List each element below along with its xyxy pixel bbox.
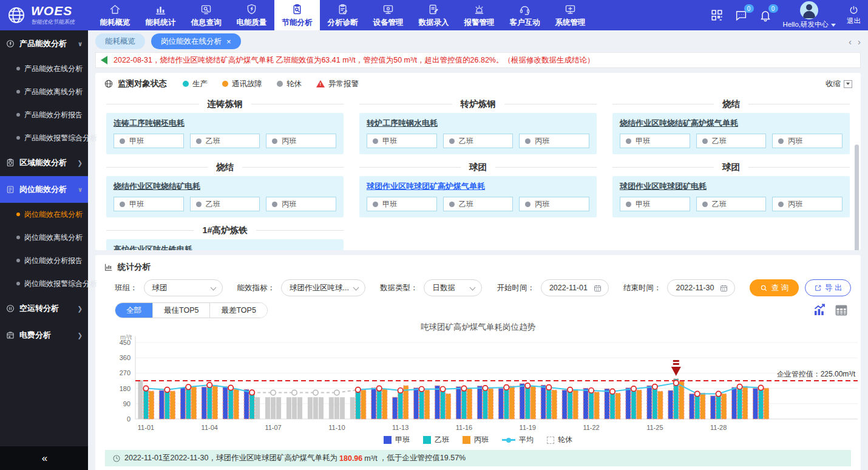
query-button[interactable]: 查 询 <box>750 279 798 296</box>
sidebar-subitem[interactable]: 产品能效分析报告 <box>0 103 88 126</box>
legend-item-乙班[interactable]: 乙班 <box>423 435 449 445</box>
shift-button[interactable]: 甲班 <box>114 134 184 148</box>
bell-icon[interactable]: 0 <box>759 9 772 22</box>
globe-logo-icon <box>6 5 27 26</box>
nav-item-saving[interactable]: 节能分析 <box>274 0 320 30</box>
collapse-toggle[interactable]: 收缩 <box>826 79 852 89</box>
shift-button[interactable]: 乙班 <box>696 134 767 148</box>
sidebar-subitem[interactable]: 产品能效在线分析 <box>0 57 88 80</box>
shift-button[interactable]: 丙班 <box>519 197 589 211</box>
nav-item-query[interactable]: 信息查询 <box>183 0 229 30</box>
message-icon[interactable]: 0 <box>734 9 748 22</box>
card-title-link[interactable]: 球团作业区吨球团矿电耗 <box>620 181 707 192</box>
card-title-link[interactable]: 连铸工序吨钢坯电耗 <box>114 118 185 129</box>
monitor-card: 球团作业区吨球团矿电耗甲班乙班丙班 <box>612 176 850 217</box>
sidebar-subitem[interactable]: 岗位能效离线分析 <box>0 226 88 249</box>
sidebar-item[interactable]: 空运转分析❯ <box>0 295 88 322</box>
sidebar-item[interactable]: 岗位能效分析∨ <box>0 176 88 203</box>
shift-button[interactable]: 乙班 <box>443 197 514 211</box>
chevron-right-icon: ❯ <box>78 332 83 339</box>
export-button[interactable]: 导 出 <box>805 279 851 296</box>
shift-button[interactable]: 乙班 <box>443 134 514 148</box>
nav-item-system[interactable]: 系统管理 <box>548 0 593 30</box>
shift-button[interactable]: 丙班 <box>266 197 336 211</box>
svg-text:11-04: 11-04 <box>202 424 218 431</box>
chart-title: 吨球团矿高炉煤气单耗岗位趋势 <box>104 322 852 333</box>
card-title-link[interactable]: 球团作业区吨球团矿高炉煤气单耗 <box>367 181 485 192</box>
legend-item-丙班[interactable]: 丙班 <box>463 435 489 445</box>
segment-全部[interactable]: 全部 <box>115 303 152 318</box>
nav-item-customer[interactable]: 客户互动 <box>502 0 548 30</box>
status-legend-item: 轮休 <box>277 79 302 89</box>
nav-item-diagnosis[interactable]: 分析诊断 <box>320 0 365 30</box>
sidebar-item[interactable]: 电费分析❯ <box>0 322 88 349</box>
sidebar-subitem[interactable]: 岗位能效在线分析 <box>0 203 88 226</box>
nav-item-quality[interactable]: 电能质量 <box>229 0 274 30</box>
bullet-icon <box>16 136 20 140</box>
shift-button[interactable]: 乙班 <box>696 197 767 211</box>
tab-inactive[interactable]: 能耗概览 <box>95 33 145 49</box>
sidebar-subitem-label: 产品能效报警综合分析 <box>24 133 97 143</box>
power-icon <box>849 5 859 15</box>
table-view-icon[interactable] <box>834 303 849 318</box>
card-title-link[interactable]: 烧结作业区吨烧结矿高炉煤气单耗 <box>620 118 738 129</box>
start-date-input[interactable]: 2022-11-01 <box>541 279 609 296</box>
segment-最佳TOP5[interactable]: 最佳TOP5 <box>152 303 209 318</box>
trend-chart-svg: 090180270360450m³/t11-0111-0411-0711-101… <box>104 333 863 435</box>
group-title: 转炉炼钢 <box>359 95 597 113</box>
indicator-select[interactable]: 球团作业区吨球... <box>281 279 365 296</box>
nav-label: 能耗概览 <box>100 18 131 28</box>
status-legend-item: 通讯故障 <box>222 79 262 89</box>
nav-item-home[interactable]: 能耗概览 <box>92 0 138 30</box>
tab-scroll-right[interactable]: › <box>858 36 861 47</box>
nav-item-alarm[interactable]: 报警管理 <box>456 0 502 30</box>
monitor-scrollbar[interactable] <box>855 145 859 250</box>
sidebar-item[interactable]: 产品能效分析∨ <box>0 30 88 57</box>
sidebar-subitem[interactable]: 岗位能效分析报告 <box>0 249 88 272</box>
nav-item-device[interactable]: 设备管理 <box>365 0 411 30</box>
sidebar-item[interactable]: 区域能效分析❯ <box>0 149 88 176</box>
query-icon <box>200 3 212 16</box>
group-select[interactable]: 球团 <box>144 279 223 296</box>
post-icon <box>5 185 15 194</box>
nav-item-stat[interactable]: 能耗统计 <box>138 0 183 30</box>
chart-view-icon[interactable] <box>812 303 827 318</box>
legend-item-轮休[interactable]: 轮休 <box>547 435 572 445</box>
sidebar-collapse-button[interactable]: « <box>0 446 88 470</box>
legend-item-甲班[interactable]: 甲班 <box>384 435 410 445</box>
segment-最差TOP5[interactable]: 最差TOP5 <box>209 303 266 318</box>
card-title-link[interactable]: 高炉作业区吨生铁电耗 <box>114 244 192 250</box>
end-date-input[interactable]: 2022-11-30 <box>667 279 735 296</box>
shift-button[interactable]: 乙班 <box>190 197 260 211</box>
svg-text:180: 180 <box>120 385 131 392</box>
nav-item-entry[interactable]: 数据录入 <box>411 0 456 30</box>
tab-scroll-left[interactable]: ‹ <box>849 36 852 47</box>
sidebar-subitem[interactable]: 产品能效离线分析 <box>0 80 88 103</box>
user-menu[interactable]: Hello,研发中心 <box>783 1 836 29</box>
bullet-icon <box>16 259 20 262</box>
greeting-text: Hello,研发中心 <box>783 21 829 28</box>
tab-active[interactable]: 岗位能效在线分析× <box>151 33 241 49</box>
status-dot-icon <box>120 202 125 207</box>
qr-code-icon[interactable] <box>710 9 724 22</box>
top-bar: WOES 智能优化节能系统 能耗概览能耗统计信息查询电能质量节能分析分析诊断设备… <box>0 0 868 30</box>
tab-close-icon[interactable]: × <box>226 38 231 46</box>
card-title-link[interactable]: 转炉工序吨钢水电耗 <box>367 118 438 129</box>
shift-button[interactable]: 丙班 <box>772 197 843 211</box>
shift-button[interactable]: 甲班 <box>620 134 690 148</box>
shift-button[interactable]: 甲班 <box>367 197 437 211</box>
sidebar-subitem[interactable]: 产品能效报警综合分析 <box>0 126 88 149</box>
legend-item-平均[interactable]: 平均 <box>502 435 534 445</box>
shift-button[interactable]: 丙班 <box>519 134 589 148</box>
shift-button[interactable]: 甲班 <box>367 134 437 148</box>
logout-button[interactable]: 退出 <box>847 5 861 26</box>
shift-button[interactable]: 丙班 <box>772 134 843 148</box>
datatype-select[interactable]: 日数据 <box>424 279 482 296</box>
shift-button[interactable]: 丙班 <box>266 134 336 148</box>
shift-button[interactable]: 乙班 <box>190 134 260 148</box>
sidebar-subitem-label: 产品能效离线分析 <box>24 87 83 97</box>
shift-button[interactable]: 甲班 <box>620 197 690 211</box>
sidebar-subitem[interactable]: 岗位能效报警综合分析 <box>0 272 88 295</box>
card-title-link[interactable]: 烧结作业区吨烧结矿电耗 <box>114 181 200 192</box>
shift-button[interactable]: 甲班 <box>114 197 184 211</box>
